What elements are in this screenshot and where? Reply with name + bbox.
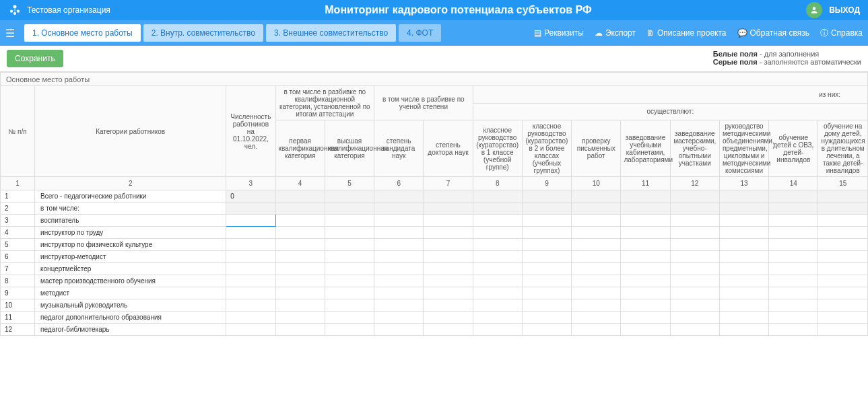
cell-11[interactable] <box>621 227 670 239</box>
cell-7[interactable] <box>424 215 473 227</box>
cell-9[interactable] <box>522 275 571 287</box>
cell-15[interactable] <box>818 275 868 287</box>
cell-13[interactable] <box>719 275 768 287</box>
cell-11[interactable] <box>621 312 670 324</box>
tab-fot[interactable]: 4. ФОТ <box>399 24 441 42</box>
requisites-link[interactable]: ▤Реквизиты <box>534 28 584 39</box>
avatar[interactable] <box>806 2 822 18</box>
cell-10[interactable] <box>572 215 621 227</box>
cell-7[interactable] <box>424 239 473 251</box>
cell-10[interactable] <box>572 324 621 336</box>
cell-14[interactable] <box>769 275 818 287</box>
cell-7[interactable] <box>424 227 473 239</box>
cell-15[interactable] <box>818 299 868 312</box>
exit-link[interactable]: ВЫХОД <box>829 5 860 15</box>
cell-9[interactable] <box>522 251 571 263</box>
cell-15[interactable] <box>818 324 868 336</box>
cell-5[interactable] <box>325 239 374 251</box>
cell-8[interactable] <box>473 312 522 324</box>
cell-4[interactable] <box>275 251 325 263</box>
tab-external[interactable]: 3. Внешнее совместительство <box>266 24 396 42</box>
cell-11[interactable] <box>621 215 670 227</box>
cell-3[interactable] <box>226 239 275 251</box>
cell-14[interactable] <box>769 227 818 239</box>
cell-11[interactable] <box>621 299 670 312</box>
cell-12[interactable] <box>670 287 719 299</box>
cell-7[interactable] <box>424 275 473 287</box>
cell-13[interactable] <box>719 239 768 251</box>
cell-6[interactable] <box>374 263 424 275</box>
cell-11[interactable] <box>621 263 670 275</box>
cell-3[interactable] <box>226 312 275 324</box>
cell-12[interactable] <box>670 263 719 275</box>
cell-8[interactable] <box>473 324 522 336</box>
cell-4[interactable] <box>275 215 325 227</box>
cell-15[interactable] <box>818 239 868 251</box>
cell-4[interactable] <box>275 287 325 299</box>
cell-12[interactable] <box>670 239 719 251</box>
cell-3[interactable] <box>226 324 275 336</box>
export-link[interactable]: ☁Экспорт <box>595 28 636 39</box>
cell-5[interactable] <box>325 251 374 263</box>
description-link[interactable]: 🗎Описание проекта <box>646 28 727 39</box>
cell-14[interactable] <box>769 215 818 227</box>
tab-main-work[interactable]: 1. Основное место работы <box>24 24 141 42</box>
cell-14[interactable] <box>769 263 818 275</box>
table-scroll[interactable]: Основное место работы № п/п Категории ра… <box>0 71 868 396</box>
cell-6[interactable] <box>374 312 424 324</box>
cell-6[interactable] <box>374 251 424 263</box>
cell-8[interactable] <box>473 299 522 312</box>
cell-8[interactable] <box>473 227 522 239</box>
cell-4[interactable] <box>275 227 325 239</box>
cell-12[interactable] <box>670 227 719 239</box>
cell-3[interactable] <box>226 251 275 263</box>
cell-15[interactable] <box>818 251 868 263</box>
cell-15[interactable] <box>818 287 868 299</box>
menu-icon[interactable]: ☰ <box>5 27 20 40</box>
cell-3[interactable] <box>226 227 275 239</box>
cell-13[interactable] <box>719 227 768 239</box>
cell-7[interactable] <box>424 263 473 275</box>
cell-10[interactable] <box>572 251 621 263</box>
cell-5[interactable] <box>325 215 374 227</box>
cell-13[interactable] <box>719 299 768 312</box>
cell-15[interactable] <box>818 263 868 275</box>
cell-3[interactable] <box>226 275 275 287</box>
cell-9[interactable] <box>522 299 571 312</box>
cell-13[interactable] <box>719 324 768 336</box>
cell-4[interactable] <box>275 239 325 251</box>
help-link[interactable]: ⓘСправка <box>820 28 863 39</box>
cell-15[interactable] <box>818 215 868 227</box>
cell-11[interactable] <box>621 239 670 251</box>
cell-13[interactable] <box>719 287 768 299</box>
cell-5[interactable] <box>325 287 374 299</box>
cell-7[interactable] <box>424 299 473 312</box>
cell-14[interactable] <box>769 324 818 336</box>
cell-8[interactable] <box>473 215 522 227</box>
cell-11[interactable] <box>621 251 670 263</box>
cell-10[interactable] <box>572 227 621 239</box>
cell-5[interactable] <box>325 312 374 324</box>
cell-15[interactable] <box>818 227 868 239</box>
cell-11[interactable] <box>621 275 670 287</box>
cell-5[interactable] <box>325 275 374 287</box>
cell-14[interactable] <box>769 287 818 299</box>
cell-11[interactable] <box>621 287 670 299</box>
cell-6[interactable] <box>374 299 424 312</box>
cell-7[interactable] <box>424 324 473 336</box>
cell-4[interactable] <box>275 324 325 336</box>
cell-8[interactable] <box>473 287 522 299</box>
cell-3[interactable] <box>226 299 275 312</box>
cell-10[interactable] <box>572 239 621 251</box>
cell-6[interactable] <box>374 287 424 299</box>
cell-6[interactable] <box>374 324 424 336</box>
cell-14[interactable] <box>769 251 818 263</box>
cell-10[interactable] <box>572 312 621 324</box>
cell-4[interactable] <box>275 263 325 275</box>
cell-8[interactable] <box>473 263 522 275</box>
cell-7[interactable] <box>424 251 473 263</box>
cell-3[interactable] <box>226 215 275 227</box>
cell-12[interactable] <box>670 312 719 324</box>
cell-14[interactable] <box>769 312 818 324</box>
cell-8[interactable] <box>473 251 522 263</box>
